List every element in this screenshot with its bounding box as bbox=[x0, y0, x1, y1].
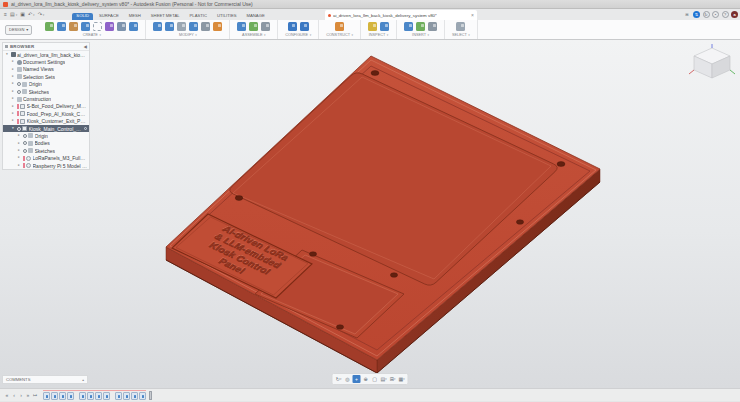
tree-expand-icon[interactable]: ▸ bbox=[11, 75, 15, 79]
ribbon-tab-mesh[interactable]: MESH bbox=[125, 13, 145, 20]
version-history-icon[interactable]: ↻ bbox=[703, 11, 710, 18]
activate-component-radio[interactable] bbox=[84, 127, 88, 131]
workspace-switcher[interactable]: DESIGN ▾ bbox=[5, 25, 32, 35]
construction-plane-icon[interactable] bbox=[335, 22, 344, 31]
account-avatar-icon[interactable]: a bbox=[731, 11, 738, 18]
pattern-icon[interactable] bbox=[129, 22, 138, 31]
web-icon[interactable] bbox=[117, 22, 126, 31]
help-icon[interactable]: ? bbox=[722, 11, 729, 18]
appearance-icon[interactable] bbox=[213, 22, 222, 31]
redo-icon[interactable]: ↷▾ bbox=[38, 12, 45, 17]
tree-item[interactable]: ▸Selection Sets bbox=[3, 73, 89, 80]
tree-expand-icon[interactable]: ▾ bbox=[11, 127, 15, 131]
configuration-table-icon[interactable] bbox=[300, 22, 309, 31]
new-component-assembly-icon[interactable] bbox=[249, 22, 258, 31]
tree-expand-icon[interactable]: ▸ bbox=[17, 149, 21, 153]
move-icon[interactable] bbox=[201, 22, 210, 31]
timeline-feature-icon[interactable] bbox=[95, 392, 102, 400]
tree-expand-icon[interactable]: ▸ bbox=[11, 90, 15, 94]
ribbon-group-label[interactable]: CONSTRUCT▾ bbox=[326, 34, 353, 38]
tree-expand-icon[interactable]: ▸ bbox=[17, 142, 21, 146]
tree-item[interactable]: ▸S-Bot_Food_Delivery_Mechanism 1 bbox=[3, 103, 89, 110]
extrude-icon[interactable] bbox=[57, 22, 66, 31]
tree-item[interactable]: ▸Origin bbox=[3, 81, 89, 88]
select-icon[interactable] bbox=[456, 22, 465, 31]
tree-item[interactable]: ▸Sketches bbox=[3, 88, 89, 95]
timeline-feature-icon[interactable] bbox=[115, 392, 122, 400]
revolve-icon[interactable] bbox=[81, 22, 90, 31]
fit-icon[interactable]: ▢ bbox=[371, 375, 379, 383]
view-cube[interactable] bbox=[688, 44, 736, 84]
model-viewport[interactable]: AI-driven LoRa& LLM-embdedKiosk ControlP… bbox=[0, 40, 740, 388]
timeline-feature-icon[interactable] bbox=[67, 392, 74, 400]
tree-item[interactable]: ▸Named Views bbox=[3, 66, 89, 73]
tree-item[interactable]: ▸Bodies bbox=[3, 140, 89, 147]
tree-item[interactable]: ▾ai_driven_lora_llm_back_kiosk_deli... bbox=[3, 51, 89, 58]
timeline-feature-icon[interactable] bbox=[43, 392, 50, 400]
timeline-feature-icon[interactable] bbox=[51, 392, 58, 400]
tree-expand-icon[interactable]: ▸ bbox=[11, 112, 15, 116]
visibility-eye-icon[interactable] bbox=[17, 127, 21, 131]
tree-expand-icon[interactable]: ▸ bbox=[11, 68, 15, 72]
tree-expand-icon[interactable]: ▸ bbox=[11, 60, 15, 64]
fillet-icon[interactable] bbox=[165, 22, 174, 31]
section-analysis-icon[interactable] bbox=[380, 22, 389, 31]
timeline-feature-icon[interactable] bbox=[139, 392, 146, 400]
tree-item[interactable]: ▸LoRaPanels_M3_Full_1 v2 bbox=[3, 154, 89, 161]
tree-expand-icon[interactable]: ▸ bbox=[11, 119, 15, 123]
ribbon-tab-solid[interactable]: SOLID bbox=[72, 13, 93, 20]
3d-canvas[interactable]: AI-driven LoRa& LLM-embdedKiosk ControlP… bbox=[0, 40, 740, 388]
tree-item[interactable]: ▸Kiosk_Customer_Exit_Panel 1 bbox=[3, 118, 89, 125]
box-icon[interactable] bbox=[69, 22, 78, 31]
new-component-icon[interactable] bbox=[45, 22, 54, 31]
tab-close-icon[interactable]: × bbox=[471, 13, 474, 18]
comments-collapse-icon[interactable]: ▴ bbox=[82, 378, 84, 382]
tree-item[interactable]: ▸Construction bbox=[3, 95, 89, 102]
tree-expand-icon[interactable]: ▸ bbox=[11, 82, 15, 86]
job-status-icon[interactable]: ⇅ bbox=[693, 11, 700, 18]
ribbon-tab-sheet-metal[interactable]: SHEET METAL bbox=[147, 13, 184, 20]
tree-item[interactable]: ▸Food_Prep_AI_Kiosk_Content 1 bbox=[3, 110, 89, 117]
extensions-icon[interactable]: ⊞ bbox=[684, 11, 691, 18]
comments-bar[interactable]: COMMENTS ▴ bbox=[2, 375, 88, 384]
timeline-feature-icon[interactable] bbox=[79, 392, 86, 400]
visibility-eye-icon[interactable] bbox=[23, 149, 27, 153]
timeline-feature-icon[interactable] bbox=[103, 392, 110, 400]
visibility-eye-icon[interactable] bbox=[17, 90, 21, 94]
undo-icon[interactable]: ↶▾ bbox=[28, 12, 35, 17]
ribbon-group-label[interactable]: MODIFY▾ bbox=[153, 34, 222, 38]
timeline-feature-icon[interactable] bbox=[59, 392, 66, 400]
decal-icon[interactable] bbox=[416, 22, 425, 31]
grid-and-snaps-icon[interactable]: ⊞▾ bbox=[389, 375, 397, 383]
tree-expand-icon[interactable]: ▸ bbox=[17, 156, 21, 160]
joint-icon[interactable] bbox=[237, 22, 246, 31]
tree-expand-icon[interactable]: ▾ bbox=[5, 53, 9, 57]
ribbon-tab-surface[interactable]: SURFACE bbox=[95, 13, 123, 20]
browser-collapse-icon[interactable]: ◀ bbox=[84, 44, 87, 49]
tree-item[interactable]: ▸Origin bbox=[3, 132, 89, 139]
sketch-icon[interactable] bbox=[93, 22, 102, 31]
canvas-icon[interactable] bbox=[428, 22, 437, 31]
save-icon[interactable]: ▣ bbox=[20, 12, 25, 17]
ribbon-group-label[interactable]: CONFIGURE▾ bbox=[285, 34, 311, 38]
ribbon-group-label[interactable]: INSERT▾ bbox=[404, 34, 437, 38]
visibility-eye-icon[interactable] bbox=[17, 82, 21, 86]
notifications-icon[interactable]: • bbox=[712, 11, 719, 18]
display-settings-icon[interactable]: ▤▾ bbox=[380, 375, 388, 383]
tree-expand-icon[interactable]: ▸ bbox=[11, 105, 15, 109]
rigid-group-icon[interactable] bbox=[261, 22, 270, 31]
tree-item[interactable]: ▸Raspberry Pi 5 Model B v1 bbox=[3, 162, 89, 169]
tree-expand-icon[interactable]: ▸ bbox=[17, 164, 21, 168]
timeline-feature-icon[interactable] bbox=[87, 392, 94, 400]
combine-icon[interactable] bbox=[189, 22, 198, 31]
measure-icon[interactable] bbox=[368, 22, 377, 31]
app-menu-icon[interactable]: ≡ bbox=[4, 12, 7, 17]
ribbon-tab-plastic[interactable]: PLASTIC bbox=[186, 13, 211, 20]
tree-expand-icon[interactable]: ▸ bbox=[17, 134, 21, 138]
timeline-end-marker[interactable] bbox=[149, 391, 152, 400]
timeline-feature-icon[interactable] bbox=[131, 392, 138, 400]
ribbon-group-label[interactable]: SELECT▾ bbox=[452, 34, 470, 38]
new-design-icon[interactable]: ▤▾ bbox=[10, 12, 17, 17]
insert-derive-icon[interactable] bbox=[404, 22, 413, 31]
pan-icon[interactable]: + bbox=[353, 375, 361, 383]
